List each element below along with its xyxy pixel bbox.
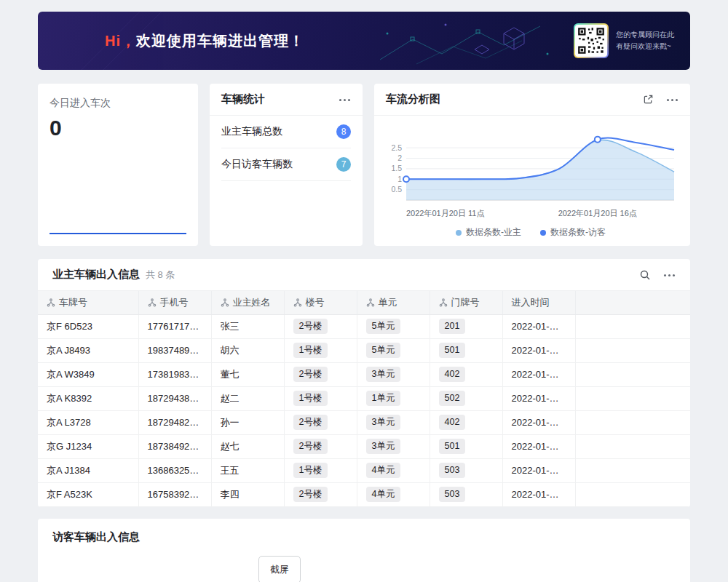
table-row[interactable]: 京F 6D52317761717…张三2号楼5单元2012022-01-… <box>38 314 690 338</box>
today-entries-card: 今日进入车次 0 <box>38 84 198 246</box>
column-header-5[interactable]: 单元 <box>357 291 430 314</box>
stat-row-label: 业主车辆总数 <box>221 125 282 138</box>
dashboard-page: Hi，欢迎使用车辆进出管理！ <box>0 0 728 582</box>
traffic-chart-card: 车流分析图 0.511.522.52022年01月20日 11点2022年01月… <box>374 84 690 246</box>
column-header-3[interactable]: 业主姓名 <box>211 291 284 314</box>
table-cell: 王五 <box>211 458 284 482</box>
table-cell-empty <box>575 410 690 434</box>
legend-label: 数据条数-业主 <box>466 226 521 239</box>
field-type-icon <box>366 298 375 309</box>
table-cell-empty <box>575 386 690 410</box>
table-row[interactable]: 京A J138413686325…王五1号楼4单元5032022-01-… <box>38 458 690 482</box>
table-cell: 1号楼 <box>284 386 357 410</box>
stat-row-label: 今日访客车辆数 <box>221 158 293 171</box>
tag-pill: 4单元 <box>366 487 401 501</box>
legend-label: 数据条数-访客 <box>550 226 606 239</box>
tag-pill: 4单元 <box>366 463 401 477</box>
table-cell: 5单元 <box>357 338 430 362</box>
table-cell: 4单元 <box>357 458 430 482</box>
visitor-table-title: 访客车辆出入信息 <box>52 530 676 544</box>
table-cell: 京A J1384 <box>38 458 138 482</box>
svg-text:2: 2 <box>397 154 402 162</box>
tag-pill: 501 <box>439 343 466 357</box>
column-header-1[interactable]: 车牌号 <box>38 291 138 314</box>
tag-pill: 2号楼 <box>293 319 328 333</box>
table-cell: 2号楼 <box>284 434 357 458</box>
screenshot-button[interactable]: 截屏 <box>258 556 301 582</box>
table-cell: 2022-01-… <box>502 410 575 434</box>
table-cell: 2号楼 <box>284 362 357 386</box>
qr-caption-line1: 您的专属顾问在此 <box>616 29 674 41</box>
column-header-7[interactable]: 进入时间 <box>502 291 575 314</box>
legend-dot <box>540 230 546 236</box>
table-cell: 2号楼 <box>284 482 357 506</box>
table-cell: 503 <box>430 482 502 506</box>
table-row[interactable]: 京G J123418738492…赵七2号楼3单元5012022-01-… <box>38 434 690 458</box>
table-row[interactable]: 京A J849319837489…胡六1号楼5单元5012022-01-… <box>38 338 690 362</box>
qr-code[interactable] <box>574 23 609 58</box>
table-cell: 京A W3849 <box>38 362 138 386</box>
table-cell: 402 <box>430 410 502 434</box>
line-chart-canvas: 0.511.522.52022年01月20日 11点2022年01月20日 16… <box>381 124 680 225</box>
tag-pill: 1号楼 <box>293 391 328 405</box>
legend-dot <box>456 230 462 236</box>
table-cell-empty <box>575 314 690 338</box>
table-cell: 3单元 <box>357 362 430 386</box>
legend-item-visitor[interactable]: 数据条数-访客 <box>540 226 606 239</box>
svg-text:2022年01月20日 16点: 2022年01月20日 16点 <box>558 209 637 218</box>
vehicle-stats-title: 车辆统计 <box>221 92 265 106</box>
table-cell: 18729438… <box>138 386 211 410</box>
vehicle-stats-card: 车辆统计 业主车辆总数 8 今日访客车辆数 7 <box>210 84 363 246</box>
banner-title: Hi，欢迎使用车辆进出管理！ <box>105 31 304 51</box>
tag-pill: 1号楼 <box>293 463 328 477</box>
tag-pill: 3单元 <box>366 367 401 381</box>
column-header-4[interactable]: 楼号 <box>284 291 357 314</box>
tag-pill: 3单元 <box>366 415 401 429</box>
table-cell: 2022-01-… <box>502 482 575 506</box>
welcome-banner: Hi，欢迎使用车辆进出管理！ <box>38 12 690 70</box>
more-menu-icon[interactable] <box>662 269 676 281</box>
tag-pill: 2号楼 <box>293 439 328 453</box>
table-cell: 李四 <box>211 482 284 506</box>
table-cell: 胡六 <box>211 338 284 362</box>
table-cell: 18729482… <box>138 410 211 434</box>
tag-pill: 5单元 <box>366 319 401 333</box>
traffic-chart-title: 车流分析图 <box>386 92 440 106</box>
table-cell: 1单元 <box>357 386 430 410</box>
more-menu-icon[interactable] <box>665 94 678 105</box>
table-cell: 京A L3728 <box>38 410 138 434</box>
table-cell: 1号楼 <box>284 458 357 482</box>
tag-pill: 402 <box>439 367 466 381</box>
svg-text:1.5: 1.5 <box>391 164 402 172</box>
tag-pill: 502 <box>439 391 466 405</box>
field-type-icon <box>148 298 157 309</box>
legend-item-owner[interactable]: 数据条数-业主 <box>456 226 521 239</box>
column-header-2[interactable]: 手机号 <box>138 291 211 314</box>
count-badge: 7 <box>336 157 351 172</box>
table-row[interactable]: 京A K839218729438…赵二1号楼1单元5022022-01-… <box>38 386 690 410</box>
table-cell: 3单元 <box>357 434 430 458</box>
today-entries-value: 0 <box>50 116 186 140</box>
table-row[interactable]: 京A L372818729482…孙一2号楼3单元4022022-01-… <box>38 410 690 434</box>
table-cell: 赵七 <box>211 434 284 458</box>
table-cell-empty <box>575 482 690 506</box>
today-entries-label: 今日进入车次 <box>50 97 186 110</box>
table-header-row: 车牌号手机号业主姓名楼号单元门牌号进入时间 <box>38 291 690 314</box>
tag-pill: 2号楼 <box>293 367 328 381</box>
tag-pill: 5单元 <box>366 343 401 357</box>
table-cell: 501 <box>430 434 502 458</box>
more-menu-icon[interactable] <box>338 94 351 105</box>
column-header-6[interactable]: 门牌号 <box>430 291 502 314</box>
column-header-empty <box>575 291 690 314</box>
table-cell: 5单元 <box>357 314 430 338</box>
search-icon[interactable] <box>639 269 651 281</box>
table-cell: 赵二 <box>211 386 284 410</box>
export-icon[interactable] <box>643 94 654 105</box>
table-row[interactable]: 京A W384917381983…董七2号楼3单元4022022-01-… <box>38 362 690 386</box>
table-cell: 4单元 <box>357 482 430 506</box>
tag-pill: 3单元 <box>366 439 401 453</box>
table-cell: 19837489… <box>138 338 211 362</box>
tag-pill: 402 <box>439 415 466 429</box>
owner-table-count: 共 8 条 <box>146 268 175 282</box>
table-row[interactable]: 京F A523K16758392…李四2号楼4单元5032022-01-… <box>38 482 690 506</box>
